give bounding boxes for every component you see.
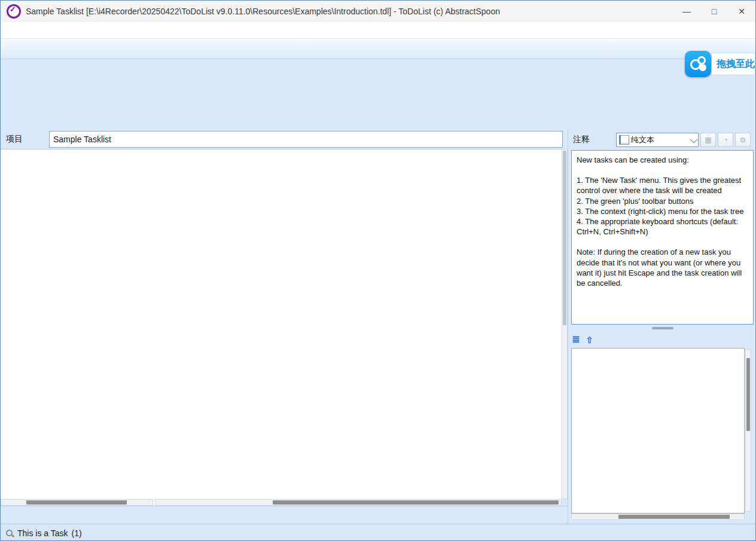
maximize-button[interactable]: □ bbox=[700, 1, 728, 22]
app-logo-icon bbox=[7, 4, 21, 19]
project-input[interactable]: Sample Tasklist bbox=[49, 131, 563, 148]
toolbar bbox=[1, 39, 755, 59]
attr-hscrollbar[interactable] bbox=[571, 514, 745, 520]
comments-text[interactable]: New tasks can be created using: 1. The '… bbox=[571, 150, 754, 325]
status-task-count: (1) bbox=[72, 528, 82, 538]
attr-vscrollbar[interactable] bbox=[745, 349, 751, 512]
window-title: Sample Tasklist [E:\i4Recorder\20250422\… bbox=[26, 7, 500, 16]
splitter-handle[interactable] bbox=[652, 327, 673, 329]
project-label: 项目 bbox=[1, 134, 49, 145]
insert-date-button[interactable]: ▦ bbox=[700, 133, 716, 147]
insert-time-button[interactable]: ◔ bbox=[718, 133, 733, 147]
chevron-down-icon bbox=[690, 135, 698, 143]
task-tree-table bbox=[1, 149, 562, 506]
attr-sort-icon[interactable]: ⇧ bbox=[586, 335, 593, 344]
attr-group-icon[interactable]: ≣ bbox=[572, 335, 580, 344]
right-panel: 注释 纯文本 ▦ ◔ ⧉ New tasks can be created us… bbox=[568, 129, 756, 525]
comments-format-select[interactable]: 纯文本 bbox=[616, 133, 699, 147]
attribute-grid bbox=[571, 348, 745, 514]
search-icon bbox=[5, 529, 14, 537]
insert-datetime-button[interactable]: ⧉ bbox=[735, 133, 751, 147]
status-task-title: This is a Task bbox=[17, 528, 68, 538]
netdisk-drag-label: 拖拽至此上 bbox=[711, 53, 755, 75]
status-bar: This is a Task (1) bbox=[1, 524, 755, 541]
minimize-button[interactable]: — bbox=[673, 1, 700, 22]
filter-panel bbox=[1, 59, 755, 129]
table-vscrollbar[interactable] bbox=[562, 149, 568, 499]
comments-label: 注释 bbox=[568, 135, 616, 145]
close-button[interactable]: ✕ bbox=[728, 1, 755, 22]
notepad-icon bbox=[619, 135, 629, 145]
netdisk-drag-badge[interactable]: 拖拽至此上 bbox=[685, 51, 755, 77]
menu-bar bbox=[1, 22, 755, 39]
view-tab-bar bbox=[1, 506, 568, 524]
tree-hscrollbar[interactable] bbox=[1, 499, 153, 506]
todolist-window: Sample Tasklist [E:\i4Recorder\20250422\… bbox=[0, 0, 756, 541]
table-hscrollbar[interactable] bbox=[155, 499, 562, 506]
project-row: 项目 Sample Tasklist bbox=[1, 129, 568, 149]
netdisk-icon bbox=[685, 51, 711, 77]
comments-format-value: 纯文本 bbox=[631, 135, 688, 145]
title-bar: Sample Tasklist [E:\i4Recorder\20250422\… bbox=[1, 1, 755, 23]
